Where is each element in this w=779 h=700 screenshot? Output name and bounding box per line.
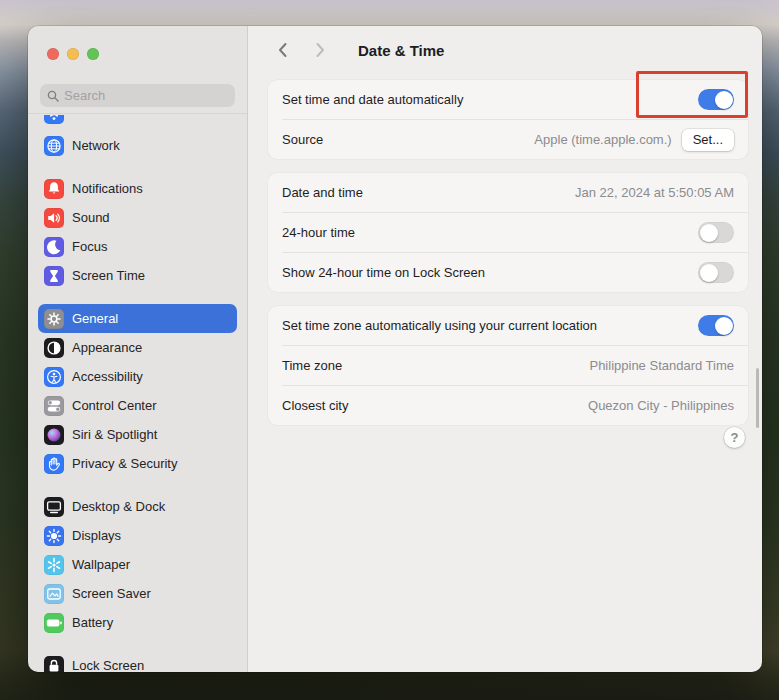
sidebar-item-accessibility[interactable]: Accessibility (38, 362, 237, 391)
sidebar-item-focus[interactable]: Focus (38, 232, 237, 261)
sidebar-group: NotificationsSoundFocusScreen Time (28, 174, 247, 290)
scrollbar[interactable] (756, 368, 759, 428)
battery-icon (44, 613, 64, 633)
sidebar-item-general[interactable]: General (38, 304, 237, 333)
close-button[interactable] (47, 48, 59, 60)
sidebar-item-wallpaper[interactable]: Wallpaper (38, 550, 237, 579)
search-icon (47, 90, 59, 102)
sidebar-item-network[interactable]: Network (38, 131, 237, 160)
settings-cards: Set time and date automaticallySourceApp… (248, 74, 762, 425)
setting-value-area: Apple (time.apple.com.)Set... (534, 129, 734, 151)
toggles-icon (44, 396, 64, 416)
settings-row: Show 24-hour time on Lock Screen (268, 253, 748, 292)
sidebar-item-label: Lock Screen (72, 658, 144, 672)
sidebar-item-lock-screen[interactable]: Lock Screen (38, 651, 237, 672)
wifi-icon (44, 115, 64, 124)
setting-label: Closest city (282, 398, 348, 413)
chevron-left-icon (277, 42, 288, 58)
setting-value-area: Quezon City - Philippines (588, 398, 734, 413)
settings-row: Set time and date automatically (268, 80, 748, 119)
sidebar-group: Lock Screen (28, 651, 247, 672)
bell-icon (44, 179, 64, 199)
gear-icon (44, 309, 64, 329)
globe-icon (44, 136, 64, 156)
sidebar-item-desktop-dock[interactable]: Desktop & Dock (38, 492, 237, 521)
sidebar-item-control-center[interactable]: Control Center (38, 391, 237, 420)
sidebar-item-label: Screen Saver (72, 586, 151, 601)
sidebar-item-label: Network (72, 138, 120, 153)
hourglass-icon (44, 266, 64, 286)
accessibility-icon (44, 367, 64, 387)
settings-group: Set time zone automatically using your c… (268, 306, 748, 425)
search-field[interactable] (40, 84, 235, 107)
setting-label: Set time zone automatically using your c… (282, 318, 597, 333)
setting-label: Date and time (282, 185, 363, 200)
setting-value: Philippine Standard Time (589, 358, 734, 373)
sidebar-item-screen-time[interactable]: Screen Time (38, 261, 237, 290)
settings-row: Date and timeJan 22, 2024 at 5:50:05 AM (268, 173, 748, 212)
flower-icon (44, 555, 64, 575)
setting-value: Quezon City - Philippines (588, 398, 734, 413)
sidebar-item-label: Screen Time (72, 268, 145, 283)
sidebar-group: GeneralAppearanceAccessibilityControl Ce… (28, 304, 247, 478)
toggle-knob (700, 264, 718, 282)
zoom-button[interactable] (87, 48, 99, 60)
setting-label: 24-hour time (282, 225, 355, 240)
system-settings-window: NetworkNotificationsSoundFocusScreen Tim… (28, 26, 762, 672)
sidebar-item-screen-saver[interactable]: Screen Saver (38, 579, 237, 608)
sidebar-item-appearance[interactable]: Appearance (38, 333, 237, 362)
help-button[interactable]: ? (724, 427, 745, 448)
sidebar-item-label: Privacy & Security (72, 456, 177, 471)
page-title: Date & Time (358, 42, 444, 59)
sidebar-item-notifications[interactable]: Notifications (38, 174, 237, 203)
settings-row: Closest cityQuezon City - Philippines (268, 386, 748, 425)
sidebar-item-battery[interactable]: Battery (38, 608, 237, 637)
content-header: Date & Time (248, 26, 762, 74)
set-button[interactable]: Set... (682, 129, 734, 151)
setting-label: Time zone (282, 358, 342, 373)
setting-value-area (698, 222, 734, 243)
contrast-icon (44, 338, 64, 358)
toggle-switch[interactable] (698, 262, 734, 283)
setting-value-area (698, 315, 734, 336)
lock-icon (44, 656, 64, 673)
sidebar-item-label: Focus (72, 239, 107, 254)
minimize-button[interactable] (67, 48, 79, 60)
picture-icon (44, 584, 64, 604)
settings-group: Date and timeJan 22, 2024 at 5:50:05 AM2… (268, 173, 748, 292)
sidebar: NetworkNotificationsSoundFocusScreen Tim… (28, 26, 248, 672)
sidebar-item-displays[interactable]: Displays (38, 521, 237, 550)
setting-value-area: Philippine Standard Time (589, 358, 734, 373)
settings-row: 24-hour time (268, 213, 748, 252)
sidebar-item-label: Notifications (72, 181, 143, 196)
setting-value-area (698, 89, 734, 110)
sidebar-item-label: Control Center (72, 398, 157, 413)
toggle-switch[interactable] (698, 222, 734, 243)
toggle-knob (715, 317, 733, 335)
sidebar-item-siri-spotlight[interactable]: Siri & Spotlight (38, 420, 237, 449)
toggle-switch[interactable] (698, 89, 734, 110)
sidebar-item-label: Sound (72, 210, 110, 225)
sidebar-item-privacy-security[interactable]: Privacy & Security (38, 449, 237, 478)
settings-row: Time zonePhilippine Standard Time (268, 346, 748, 385)
sidebar-item-label: Siri & Spotlight (72, 427, 157, 442)
toggle-knob (715, 91, 733, 109)
sidebar-group: Network (28, 115, 247, 160)
sidebar-item-wifi-partial[interactable] (38, 115, 237, 131)
setting-label: Show 24-hour time on Lock Screen (282, 265, 485, 280)
sidebar-group: Desktop & DockDisplaysWallpaperScreen Sa… (28, 492, 247, 637)
sidebar-item-label: Desktop & Dock (72, 499, 165, 514)
settings-row: SourceApple (time.apple.com.)Set... (268, 120, 748, 159)
search-input[interactable] (64, 88, 228, 103)
hand-icon (44, 454, 64, 474)
setting-label: Set time and date automatically (282, 92, 463, 107)
toggle-switch[interactable] (698, 315, 734, 336)
forward-button[interactable] (308, 38, 332, 62)
back-button[interactable] (270, 38, 294, 62)
settings-row: Set time zone automatically using your c… (268, 306, 748, 345)
sidebar-item-sound[interactable]: Sound (38, 203, 237, 232)
siri-icon (44, 425, 64, 445)
sidebar-item-label: Accessibility (72, 369, 143, 384)
sidebar-item-label: Wallpaper (72, 557, 130, 572)
setting-value: Apple (time.apple.com.) (534, 132, 671, 147)
